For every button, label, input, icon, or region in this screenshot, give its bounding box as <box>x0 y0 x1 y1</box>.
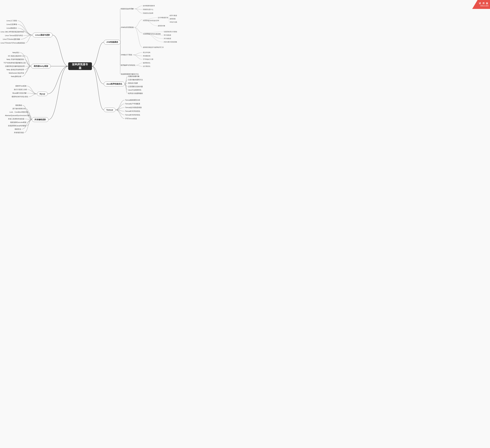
concurrent-item-8: 线程安全 <box>14 128 22 131</box>
linux-item-4: Linux Jdk1.8环境安装及操作指令 <box>0 30 25 33</box>
java-perf-node: Java程序性能优化 <box>104 82 125 86</box>
jvm-exec-2: 类加载机制 <box>142 55 151 57</box>
jvm-perf-how: 性能优化如何理解 <box>120 8 134 10</box>
jvm-exec-1: 类文件结构 <box>142 51 151 54</box>
mysql-item-3: Mysql索引优化详解 <box>12 92 27 95</box>
jvm-native-stack: 本地方法栈 <box>169 21 178 23</box>
netty-item-6: Netty 多协议开发和应用 <box>6 68 25 71</box>
tomcat-2: Tomcat生产环境配置 <box>124 102 141 105</box>
concurrent-node: 并发编程进阶 <box>32 117 48 122</box>
java-perf-3: 类的设计陷阱 <box>128 82 139 85</box>
jvm-perf-how-2: 性能优化是什么 <box>142 8 154 11</box>
linux-item-6: Linux下Docker进阶讲解 <box>2 38 21 41</box>
netty-node: 高性能Netty框架 <box>31 64 51 69</box>
concurrent-item-7: 实现原理和Java内存模型 <box>7 124 27 127</box>
jvm-memory-overflow: 内存区域与内存溢出异常 <box>142 19 160 22</box>
java-perf-2: 注意对象的通用方法 <box>128 78 143 81</box>
jvm-memory: JVM内存管理机制 <box>120 26 134 29</box>
concurrent-item-5: 并发工具类和并发容器 <box>7 117 25 120</box>
tomcat-3: Tomcat运行机制及框架 <box>124 106 142 109</box>
netty-item-4: TCP 粘包/拆包问题的解决之道 <box>3 62 26 64</box>
jvm-gc-parallel: 并行收集器 <box>163 37 172 40</box>
tomcat-5: Tomcat针对内存优化 <box>124 114 141 116</box>
netty-item-3: Netty 开发环境搭建安装 <box>6 58 25 61</box>
mysql-item-4: 慢查询分析与SQL优化 <box>11 95 29 98</box>
linux-node: Linux基础与进阶 <box>33 33 52 37</box>
java-perf-4: 泛型需要注意的问题 <box>128 85 143 88</box>
netty-item-2: I/O 演进之路及NIO 入门 <box>7 55 26 57</box>
netty-item-8: Netty源码分析 <box>10 75 22 78</box>
jvm-program-counter: 程序计数器 <box>169 14 178 17</box>
concurrent-item-9: 并发项目实战 <box>13 131 24 134</box>
java-perf-1: 优雅的创建对象 <box>128 75 140 78</box>
jvm-compile-2: 运行期优化 <box>142 65 151 68</box>
mysql-node: Mysql <box>37 92 48 96</box>
netty-item-7: WebSocket 协议开发 <box>8 72 25 74</box>
jvm-gc: 垃圾收集器与内存分配策略 <box>142 33 161 35</box>
jvm-perf-how-1: 如何衡量性能标准 <box>142 4 155 7</box>
jvm-perf-how-3: 性能优化后效果 <box>142 12 154 15</box>
jvm-gc-serial: 串行收集器 <box>163 34 172 36</box>
linux-item-1: Linux入门安装 <box>6 19 18 22</box>
tomcat-6: 手写Tomcat实战 <box>124 117 137 120</box>
jvm-gc-alloc: 内存分配与回收策略 <box>163 41 178 43</box>
concurrent-item-6: 线程池和Executor框架 <box>10 121 27 124</box>
tomcat-1: Tomcat线程模型分析 <box>124 99 141 101</box>
java-perf-5: Java方法的那些坑 <box>128 89 142 91</box>
jvm-compile: 程序编译与代码优化 <box>120 64 136 67</box>
concurrent-item-3: Lock、Condition和显示锁 <box>9 111 29 114</box>
jvm-runtime-data: 运行时数据区域 <box>157 16 169 19</box>
linux-item-7: Linux下Docker与Tomcat集成实战 <box>0 42 25 44</box>
jvm-gc-algo: 垃圾回收算法与基础 <box>163 30 178 33</box>
jvm-monitor: 虚拟机性能监控与故障处理工具 <box>142 46 164 49</box>
jvm-compile-1: 编译期优化 <box>142 62 151 64</box>
mysql-item-1: 探析BTree机制 <box>15 85 27 87</box>
center-node: 架构师筑基专题 <box>68 62 92 70</box>
netty-item-5: 分隔符和定长解码器的应用 <box>4 65 25 68</box>
tomcat-4: Tomcat针对并发优化 <box>124 110 141 113</box>
concurrent-item-2: 原子操作类和CAS <box>12 107 26 110</box>
concurrent-item-4: AbstractQueuedSynchronizer分析 <box>4 114 30 117</box>
linux-item-5: Linux Tomcat安装与停启 <box>4 34 23 37</box>
java-perf-6: 程序设计的通用规则 <box>128 92 143 95</box>
jvm-vm-stack: 虚拟机栈 <box>169 18 176 20</box>
mindmap-container: 架构师筑基专题 Linux基础与进阶 Linux入门安装 Linux注意事项 L… <box>0 0 178 134</box>
concurrent-item-1: 线程基础 <box>15 104 23 107</box>
jvm-node: JVM性能调优 <box>104 40 121 45</box>
jvm-vm-object: 虚拟机对象 <box>157 25 166 27</box>
tomcat-node: Tomcat <box>104 108 115 112</box>
linux-item-2: Linux注意事项 <box>6 23 18 26</box>
jvm-exec: JVM执行子系统 <box>120 54 133 56</box>
linux-item-3: Linux基础指令 <box>6 27 18 29</box>
jvm-exec-3: 字节码执行引擎 <box>142 58 154 61</box>
mysql-item-2: 执行计划深入分析 <box>13 88 27 91</box>
netty-item-1: Netty简介 <box>12 51 20 54</box>
